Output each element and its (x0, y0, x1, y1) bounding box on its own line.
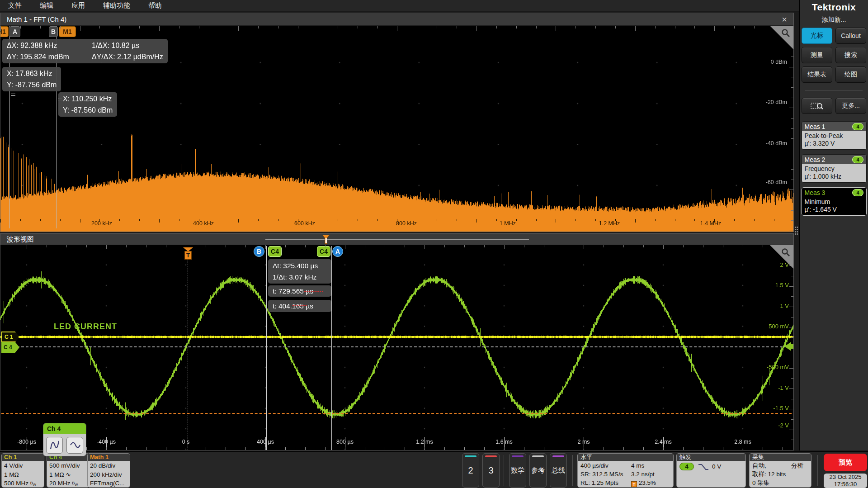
acquisition-count: 0 采集 (752, 479, 769, 488)
wave-x-minor-tick (385, 447, 385, 450)
horizontal-title: 水平 (578, 454, 673, 461)
fft-plot[interactable]: M1 A B M1 ΔX: 92.388 kHz 1/ΔX: 10.82 µs … (0, 26, 793, 232)
sidebar-button-Callout[interactable]: Callout (835, 28, 866, 44)
horizontal-window: 4 ms (631, 461, 644, 470)
wave-cursor-a-badge[interactable]: A (332, 246, 343, 257)
measurement-card-meas-1[interactable]: Meas 14Peak-to-Peakµ': 3.320 V (802, 121, 867, 150)
fft-top-tick-mark (199, 26, 199, 28)
horizontal-scale-waveform-button[interactable] (66, 437, 83, 454)
preview-button[interactable]: 预览 (824, 454, 867, 471)
vertical-scale-waveform-button[interactable] (46, 437, 63, 454)
fft-cursor-a-grip[interactable] (11, 94, 15, 96)
wave-y-tick-mark (791, 317, 793, 317)
wave-delta-readout: Δt: 325.400 µs 1/Δt: 3.07 kHz (268, 259, 331, 284)
add-button-参考[interactable]: 参考 (529, 453, 547, 488)
wave-y-tick-label: 500 mV (769, 323, 789, 330)
wave-x-minor-tick (7, 447, 7, 450)
acquisition-settings-panel[interactable]: 采集 自动, 分析 取样: 12 bits 0 采集 (749, 453, 811, 488)
fft-top-tick-mark (298, 26, 298, 28)
sidebar-button-zoom[interactable] (802, 98, 832, 114)
trigger-position-value: 23.5% (639, 479, 656, 486)
cursor-red-mark-1 (304, 291, 323, 292)
fft-y-tick-mark (789, 149, 793, 149)
add-button-label: 数学 (511, 466, 524, 475)
wave-top-tick-mark (206, 245, 206, 247)
fft-cursor-b-badge[interactable]: B (49, 26, 58, 37)
acquisition-analysis: 分析 (791, 461, 803, 470)
wave-x-minor-tick (186, 447, 186, 450)
measurement-card-meas-2[interactable]: Meas 24Frequencyµ': 1.000 kHz (802, 154, 867, 183)
wave-top-tick-mark (723, 245, 723, 247)
menu-bar: 文件 编辑 应用 辅助功能 帮助 (0, 0, 868, 11)
sidebar-button-光标[interactable]: 光标 (802, 28, 832, 44)
wave-x-minor-tick (425, 447, 425, 450)
fft-top-tick-mark (119, 26, 120, 28)
ch4-zero-reference-line (17, 346, 792, 347)
datetime-badge[interactable]: 23 Oct 2025 17:56:30 (824, 474, 867, 488)
wave-top-tick-mark (325, 245, 326, 247)
sidebar-button-更多...[interactable]: 更多... (835, 98, 866, 114)
wave-y-tick-mark (791, 440, 793, 440)
magnifier-icon (781, 247, 791, 257)
sidebar-button-测量[interactable]: 测量 (802, 47, 832, 63)
panel-resize-handle[interactable] (794, 226, 798, 235)
wave-cursor-a-line[interactable] (331, 246, 332, 450)
wave-x-minor-tick (86, 447, 87, 450)
wave-x-minor-tick (166, 447, 166, 450)
waveform-annotation[interactable]: LED CURRENT (54, 322, 117, 332)
menu-edit[interactable]: 编辑 (40, 1, 53, 10)
wave-cursor-a-source-badge[interactable]: C4 (317, 246, 330, 257)
wave-y-tick-mark (791, 276, 793, 276)
ch1-settings-badge[interactable]: Ch 1 4 V/div 1 MΩ 500 MHz BW (1, 453, 44, 488)
wave-top-tick-mark (285, 245, 286, 247)
measurement-type: Peak-to-Peak (805, 132, 863, 140)
wave-top-tick-mark (604, 245, 604, 247)
wave-top-tick-mark (7, 245, 7, 247)
sidebar-button-搜索[interactable]: 搜索 (835, 47, 866, 63)
expansion-point-marker[interactable] (322, 235, 330, 244)
math1-settings-badge[interactable]: Math 1 20 dB/div 200 kHz/div FFTmag(C... (87, 453, 130, 488)
fft-x-tick-mark (219, 219, 219, 221)
sidebar-button-结果表[interactable]: 结果表 (802, 66, 832, 83)
wave-cursor-b-source-badge[interactable]: C4 (268, 246, 282, 257)
wave-x-minor-tick (484, 447, 485, 450)
wave-top-tick-mark (226, 245, 226, 247)
menu-help[interactable]: 帮助 (148, 1, 162, 10)
add-button-数学[interactable]: 数学 (509, 453, 526, 488)
measurement-card-meas-3[interactable]: Meas 34Minimumµ': -1.645 V (802, 187, 867, 216)
horizontal-settings-panel[interactable]: 水平 400 µs/div 4 ms SR: 312.5 MS/s 3.2 ns… (577, 453, 674, 488)
fft-x-tick-mark (437, 219, 437, 221)
wave-y-tick-mark (789, 327, 793, 327)
fft-x-tick-label: 400 kHz (188, 220, 219, 227)
wave-top-tick-mark (683, 245, 684, 247)
fft-top-tick-mark (20, 26, 21, 28)
fft-x-tick-mark (119, 219, 120, 221)
fft-x-tick-mark (417, 219, 417, 221)
add-button-3[interactable]: 3 (482, 453, 500, 488)
fft-top-tick-mark (179, 26, 179, 28)
ch4-settings-badge[interactable]: Ch 4 500 mV/div 1 MΩ ∿ 20 MHz BW (47, 453, 90, 488)
trigger-marker[interactable]: T (184, 251, 192, 260)
menu-utility[interactable]: 辅助功能 (103, 1, 130, 10)
fft-cursor-a-badge[interactable]: A (9, 26, 20, 37)
menu-file[interactable]: 文件 (8, 1, 22, 10)
fft-top-tick-mark (556, 26, 556, 31)
wave-cursor-b-line[interactable] (266, 246, 267, 450)
fft-x-tick-mark (258, 219, 259, 221)
math1-hscale: 200 kHz/div (90, 470, 127, 479)
fft-x-tick-mark (199, 219, 199, 221)
sidebar-button-绘图[interactable]: 绘图 (835, 66, 866, 83)
trigger-settings-panel[interactable]: 触发 4 0 V (676, 453, 746, 488)
wave-top-tick-mark (345, 245, 345, 249)
trigger-position-line (188, 248, 188, 450)
menu-apps[interactable]: 应用 (71, 1, 85, 10)
add-button-总线[interactable]: 总线 (550, 453, 567, 488)
close-icon[interactable]: × (782, 15, 787, 24)
add-button-2[interactable]: 2 (462, 453, 479, 488)
fft-cursor-source-badge[interactable]: M1 (59, 26, 76, 37)
wave-cursor-b-badge[interactable]: B (254, 246, 264, 257)
wave-x-minor-tick (783, 447, 783, 450)
fft-cursor-source-badge-clipped[interactable]: M1 (0, 26, 9, 37)
waveform-scrollbar[interactable] (265, 239, 529, 240)
waveform-plot[interactable]: T B C4 C4 A Δt: 325.400 µs 1/Δt: 3.07 kH… (0, 245, 793, 450)
